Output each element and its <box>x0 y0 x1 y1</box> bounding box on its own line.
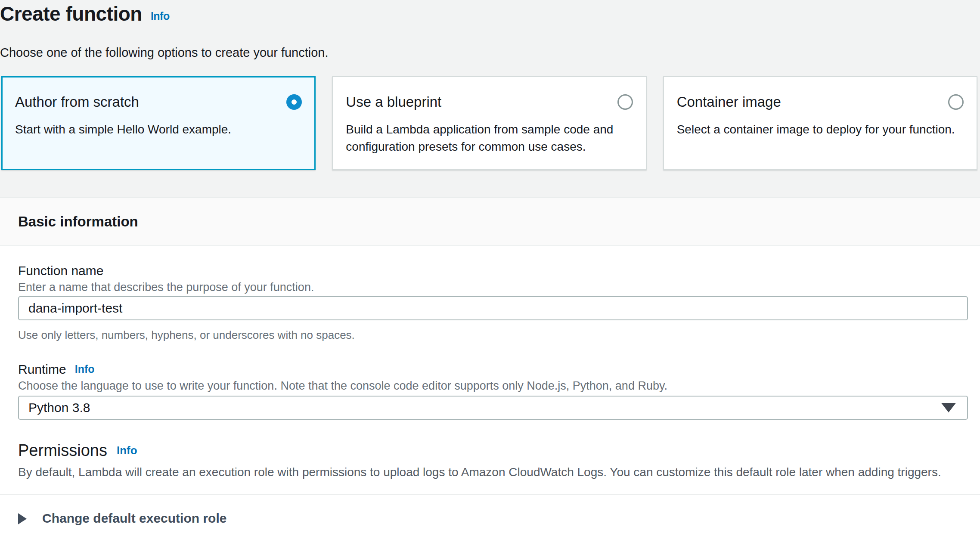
permissions-description: By default, Lambda will create an execut… <box>18 465 968 479</box>
radio-unselected-icon[interactable] <box>617 94 633 110</box>
runtime-field-group: RuntimeInfo Choose the language to use t… <box>18 362 968 420</box>
permissions-heading: PermissionsInfo <box>18 440 968 460</box>
function-name-field-group: Function name Enter a name that describe… <box>18 263 968 341</box>
permissions-info-link[interactable]: Info <box>117 444 137 457</box>
basic-information-body: Function name Enter a name that describe… <box>0 246 980 533</box>
card-description: Build a Lambda application from sample c… <box>346 121 633 155</box>
runtime-label-text: Runtime <box>18 362 66 376</box>
function-name-input[interactable] <box>18 296 968 320</box>
runtime-label: RuntimeInfo <box>18 362 968 377</box>
permissions-heading-text: Permissions <box>18 441 107 459</box>
card-description: Start with a simple Hello World example. <box>15 121 302 138</box>
page-title: Create functionInfo <box>0 2 977 28</box>
creation-option-cards: Author from scratch Start with a simple … <box>1 76 977 170</box>
runtime-info-link[interactable]: Info <box>75 363 95 375</box>
chevron-down-icon <box>941 403 956 412</box>
radio-selected-icon[interactable] <box>286 94 302 110</box>
runtime-select[interactable]: Python 3.8 <box>18 396 968 420</box>
function-name-constraint: Use only letters, numbers, hyphens, or u… <box>18 329 968 341</box>
triangle-right-icon <box>18 513 27 524</box>
basic-information-panel: Basic information Function name Enter a … <box>0 197 980 533</box>
option-card-author-from-scratch[interactable]: Author from scratch Start with a simple … <box>1 76 316 170</box>
card-title: Author from scratch <box>15 93 139 111</box>
option-card-container-image[interactable]: Container image Select a container image… <box>663 76 977 170</box>
function-name-label: Function name <box>18 263 968 278</box>
runtime-description: Choose the language to use to write your… <box>18 379 968 392</box>
card-top-row: Use a blueprint <box>346 93 633 111</box>
option-card-use-a-blueprint[interactable]: Use a blueprint Build a Lambda applicati… <box>332 76 646 170</box>
title-info-link[interactable]: Info <box>151 10 170 22</box>
card-title: Container image <box>677 93 781 111</box>
radio-unselected-icon[interactable] <box>948 94 964 110</box>
card-top-row: Container image <box>677 93 964 111</box>
basic-information-heading: Basic information <box>0 198 980 246</box>
function-name-description: Enter a name that describes the purpose … <box>18 281 968 294</box>
create-function-header-section: Create functionInfo Choose one of the fo… <box>0 0 980 197</box>
expander-label: Change default execution role <box>42 511 226 526</box>
page-subtitle: Choose one of the following options to c… <box>0 45 977 60</box>
card-description: Select a container image to deploy for y… <box>677 121 964 138</box>
page-title-text: Create function <box>0 3 142 25</box>
card-title: Use a blueprint <box>346 93 441 111</box>
card-top-row: Author from scratch <box>15 93 302 111</box>
change-default-execution-role-expander[interactable]: Change default execution role <box>17 495 968 533</box>
runtime-selected-value: Python 3.8 <box>28 400 90 415</box>
